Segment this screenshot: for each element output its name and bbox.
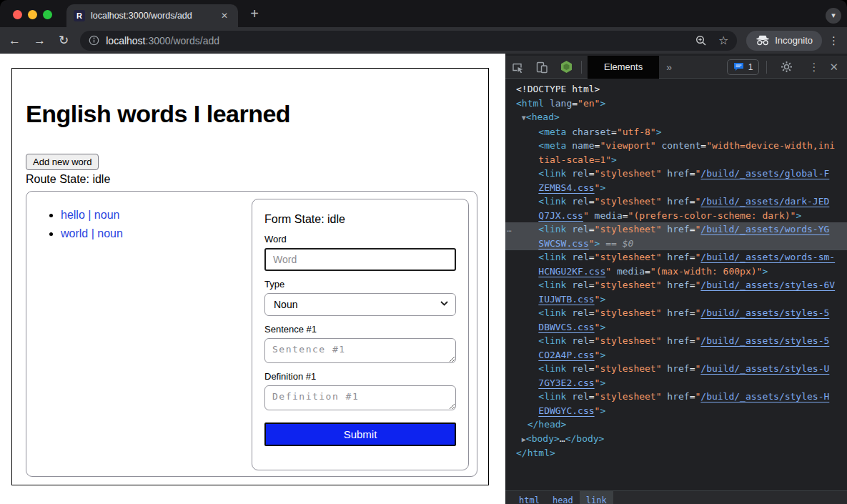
sentence-label: Sentence #1: [264, 324, 456, 335]
settings-gear-icon[interactable]: [774, 61, 798, 73]
word-link[interactable]: world | noun: [61, 227, 123, 239]
devtools-panel: Elements » 1 ⋮ ✕ <!DOCTYPE html><html la…: [505, 54, 847, 504]
code-line[interactable]: <link rel="stylesheet" href="/build/_ass…: [505, 306, 847, 320]
reload-button[interactable]: ↻: [59, 34, 69, 46]
devtools-breadcrumbs: htmlheadlink: [505, 490, 847, 504]
type-select[interactable]: Noun: [264, 293, 456, 316]
code-line[interactable]: <link rel="stylesheet" href="/build/_ass…: [505, 390, 847, 404]
code-line[interactable]: <meta charset="utf-8">: [505, 125, 847, 139]
devtools-close-icon[interactable]: ✕: [829, 61, 838, 74]
web-page: English words I learned Add new word Rou…: [0, 54, 505, 504]
word-list: hello | nounworld | noun: [61, 206, 123, 243]
site-info-icon[interactable]: [89, 35, 99, 46]
issues-badge[interactable]: 1: [727, 59, 760, 75]
word-link[interactable]: hello | noun: [61, 209, 119, 221]
code-line[interactable]: tial-scale=1">: [505, 153, 847, 167]
bookmark-star-icon[interactable]: ☆: [718, 34, 728, 47]
page-title: English words I learned: [26, 100, 290, 128]
tab-elements[interactable]: Elements: [588, 56, 659, 79]
back-button[interactable]: ←: [9, 34, 21, 46]
definition-textarea[interactable]: [264, 385, 456, 410]
code-line[interactable]: SWCSW.css"> == $0: [505, 237, 847, 251]
definition-label: Definition #1: [264, 371, 456, 382]
code-line[interactable]: <link rel="stylesheet" href="/build/_ass…: [505, 250, 847, 265]
code-line[interactable]: ▶<body>…</body>: [505, 432, 847, 447]
code-line[interactable]: CO2A4P.css">: [505, 348, 847, 362]
route-state-text: Route State: idle: [26, 173, 110, 186]
incognito-badge: Incognito: [746, 31, 822, 51]
incognito-label: Incognito: [775, 35, 813, 46]
app-container: English words I learned Add new word Rou…: [11, 68, 489, 485]
tab-title: localhost:3000/words/add: [91, 11, 212, 21]
code-line[interactable]: … <link rel="stylesheet" href="/build/_a…: [505, 222, 847, 237]
form-state-text: Form State: idle: [264, 213, 456, 226]
devtools-code: <!DOCTYPE html><html lang="en"> ▼<head> …: [505, 82, 847, 490]
submit-button[interactable]: Submit: [264, 423, 456, 446]
tab-close-icon[interactable]: ✕: [218, 9, 231, 22]
new-tab-button[interactable]: +: [246, 6, 263, 23]
code-line[interactable]: <meta name="viewport" content="width=dev…: [505, 139, 847, 153]
add-word-form: Form State: idle Word Type Noun: [252, 199, 469, 470]
inspect-element-icon[interactable]: [505, 61, 530, 74]
minimize-window-button[interactable]: [28, 10, 37, 19]
code-line[interactable]: <link rel="stylesheet" href="/build/_ass…: [505, 334, 847, 348]
code-line[interactable]: </html>: [505, 446, 847, 460]
code-line[interactable]: ZEMBS4.css">: [505, 181, 847, 195]
breadcrumb-head[interactable]: head: [546, 491, 580, 504]
word-list-item: hello | noun: [61, 206, 123, 224]
code-line[interactable]: EDWGYC.css">: [505, 404, 847, 418]
code-line[interactable]: <link rel="stylesheet" href="/build/_ass…: [505, 362, 847, 376]
code-line[interactable]: <html lang="en">: [505, 97, 847, 111]
forward-button[interactable]: →: [34, 34, 46, 46]
word-label: Word: [264, 234, 456, 244]
address-bar[interactable]: localhost:3000/words/add ☆: [80, 31, 737, 51]
zoom-icon[interactable]: [695, 35, 707, 46]
device-toolbar-icon[interactable]: [530, 61, 554, 74]
code-line[interactable]: DBWVCS.css">: [505, 320, 847, 335]
code-line[interactable]: <link rel="stylesheet" href="/build/_ass…: [505, 194, 847, 209]
word-input[interactable]: [264, 248, 456, 271]
window-chevron-button[interactable]: ▾: [826, 8, 841, 24]
code-line[interactable]: <!DOCTYPE html>: [505, 82, 847, 97]
extension-hexagon-icon[interactable]: [554, 60, 578, 74]
devtools-toolbar: Elements » 1 ⋮ ✕: [505, 56, 847, 79]
word-list-item: world | noun: [61, 224, 123, 243]
issues-count: 1: [748, 62, 753, 72]
breadcrumb-link[interactable]: link: [580, 491, 613, 504]
code-line[interactable]: 7GY3E2.css">: [505, 376, 847, 390]
maximize-window-button[interactable]: [43, 10, 52, 19]
breadcrumb-html[interactable]: html: [512, 491, 546, 504]
sentence-textarea[interactable]: [264, 338, 456, 363]
close-window-button[interactable]: [13, 10, 22, 19]
remix-favicon-icon: R: [74, 10, 85, 21]
more-tabs-icon[interactable]: »: [666, 61, 672, 73]
type-label: Type: [264, 279, 456, 290]
browser-menu-icon[interactable]: ⋮: [828, 34, 840, 47]
devtools-menu-icon[interactable]: ⋮: [808, 61, 819, 74]
url-text: localhost:3000/words/add: [106, 35, 219, 46]
add-new-word-button[interactable]: Add new word: [26, 154, 99, 170]
incognito-icon: [756, 35, 770, 46]
code-line[interactable]: <link rel="stylesheet" href="/build/_ass…: [505, 278, 847, 292]
code-line[interactable]: IUJWTB.css">: [505, 292, 847, 307]
code-line[interactable]: <link rel="stylesheet" href="/build/_ass…: [505, 167, 847, 181]
code-line[interactable]: HCNGU2KF.css" media="(max-width: 600px)"…: [505, 265, 847, 279]
browser-tab[interactable]: R localhost:3000/words/add ✕: [66, 4, 238, 27]
issues-bubble-icon: [733, 62, 744, 71]
browser-toolbar: ← → ↻ localhost:3000/words/add ☆ Incogni…: [0, 27, 847, 54]
browser-window: R localhost:3000/words/add ✕ + ▾ ← → ↻ l…: [0, 0, 847, 504]
code-line[interactable]: Q7JX.css" media="(prefers-color-scheme: …: [505, 209, 847, 223]
code-line[interactable]: </head>: [505, 417, 847, 432]
words-panel: hello | nounworld | noun Form State: idl…: [26, 191, 477, 477]
selected-node-marker: …: [507, 222, 512, 237]
tab-strip: R localhost:3000/words/add ✕ + ▾: [0, 0, 847, 27]
code-line[interactable]: ▼<head>: [505, 110, 847, 125]
